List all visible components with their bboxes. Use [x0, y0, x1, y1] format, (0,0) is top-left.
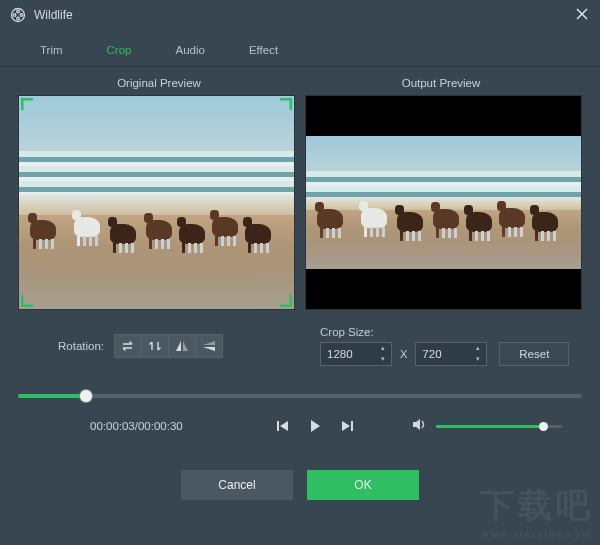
- svg-point-1: [17, 10, 20, 13]
- window-title: Wildlife: [34, 8, 576, 22]
- timeline-fill: [18, 394, 86, 398]
- volume-fill: [436, 425, 543, 428]
- play-controls: [218, 419, 412, 433]
- volume-icon[interactable]: [412, 418, 428, 434]
- crop-height-input[interactable]: [416, 348, 464, 360]
- timeline-track[interactable]: [18, 394, 582, 398]
- dialog-footer: Cancel OK: [0, 444, 600, 500]
- preview-headers: Original Preview Output Preview: [0, 67, 600, 95]
- volume-slider[interactable]: [436, 425, 562, 428]
- playback-row: 00:00:03/00:00:30: [0, 402, 600, 444]
- tab-effect[interactable]: Effect: [227, 36, 300, 66]
- volume-thumb[interactable]: [539, 422, 548, 431]
- svg-point-2: [20, 14, 23, 17]
- crop-size-label: Crop Size:: [320, 326, 582, 338]
- tab-bar: Trim Crop Audio Effect: [0, 30, 600, 67]
- crop-width-field[interactable]: ▴ ▾: [320, 342, 392, 366]
- rotation-label: Rotation:: [58, 340, 104, 352]
- crop-width-down[interactable]: ▾: [377, 355, 389, 364]
- timeline-thumb[interactable]: [80, 390, 92, 402]
- rotate-swap-button[interactable]: [114, 334, 142, 358]
- rotate-90-button[interactable]: [141, 334, 169, 358]
- flip-horizontal-button[interactable]: [168, 334, 196, 358]
- crop-height-down[interactable]: ▾: [472, 355, 484, 364]
- svg-point-3: [17, 17, 20, 20]
- play-button[interactable]: [308, 419, 322, 433]
- controls-row: Rotation:: [0, 310, 600, 376]
- svg-point-4: [13, 14, 16, 17]
- crop-height-field[interactable]: ▴ ▾: [415, 342, 487, 366]
- titlebar: Wildlife: [0, 0, 600, 30]
- time-display: 00:00:03/00:00:30: [18, 420, 218, 432]
- crop-handle-top-left[interactable]: [21, 98, 34, 111]
- reset-button[interactable]: Reset: [499, 342, 569, 366]
- tab-trim[interactable]: Trim: [18, 36, 85, 66]
- close-button[interactable]: [576, 8, 590, 22]
- rotation-block: Rotation:: [18, 334, 320, 358]
- next-button[interactable]: [340, 420, 354, 432]
- crop-handle-top-right[interactable]: [279, 98, 292, 111]
- crop-handle-bottom-right[interactable]: [279, 294, 292, 307]
- original-preview[interactable]: [18, 95, 295, 310]
- timeline-wrap: [0, 376, 600, 402]
- preview-row: [0, 95, 600, 310]
- crop-height-up[interactable]: ▴: [472, 344, 484, 353]
- crop-handle-bottom-left[interactable]: [21, 294, 34, 307]
- prev-button[interactable]: [276, 420, 290, 432]
- tab-crop[interactable]: Crop: [85, 36, 154, 66]
- crop-size-separator: X: [400, 348, 407, 360]
- volume-block: [412, 418, 582, 434]
- svg-rect-7: [277, 421, 279, 431]
- original-preview-label: Original Preview: [18, 77, 300, 89]
- crop-width-input[interactable]: [321, 348, 369, 360]
- flip-vertical-button[interactable]: [195, 334, 223, 358]
- tab-audio[interactable]: Audio: [154, 36, 227, 66]
- cancel-button[interactable]: Cancel: [181, 470, 293, 500]
- ok-button[interactable]: OK: [307, 470, 419, 500]
- crop-width-up[interactable]: ▴: [377, 344, 389, 353]
- output-preview: [305, 95, 582, 310]
- video-edit-dialog: Wildlife Trim Crop Audio Effect Original…: [0, 0, 600, 545]
- film-reel-icon: [10, 7, 26, 23]
- svg-rect-8: [351, 421, 353, 431]
- crop-size-block: Crop Size: ▴ ▾ X ▴ ▾ Reset: [320, 326, 582, 366]
- output-preview-label: Output Preview: [300, 77, 582, 89]
